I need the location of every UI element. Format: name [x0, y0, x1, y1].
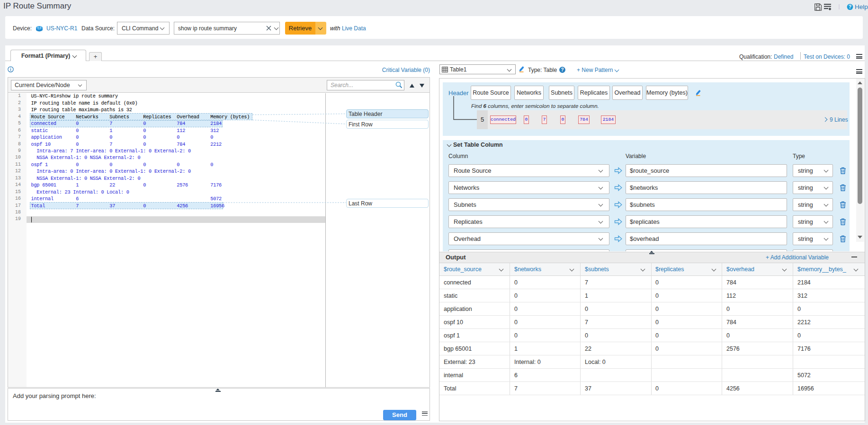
- svg-text:?: ?: [849, 4, 851, 9]
